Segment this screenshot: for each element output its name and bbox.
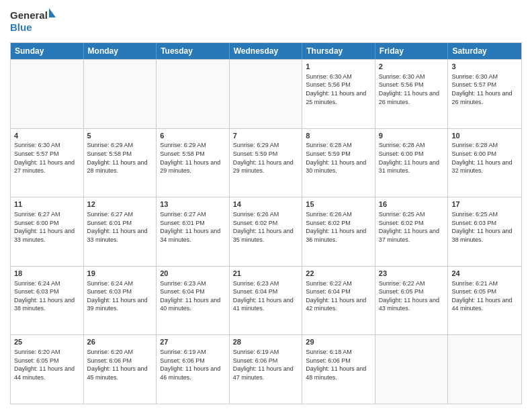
- day-number: 26: [87, 337, 153, 347]
- cell-info: Sunrise: 6:25 AMSunset: 6:03 PMDaylight:…: [451, 210, 518, 244]
- day-number: 1: [306, 62, 371, 72]
- svg-text:General: General: [10, 9, 48, 21]
- cal-row-2: 11Sunrise: 6:27 AMSunset: 6:00 PMDayligh…: [11, 197, 521, 266]
- cell-info: Sunrise: 6:20 AMSunset: 6:06 PMDaylight:…: [87, 348, 153, 381]
- cal-header-cell-friday: Friday: [375, 43, 449, 59]
- day-number: 22: [306, 269, 371, 279]
- cell-info: Sunrise: 6:23 AMSunset: 6:04 PMDaylight:…: [233, 279, 299, 313]
- cell-info: Sunrise: 6:29 AMSunset: 5:58 PMDaylight:…: [87, 141, 153, 175]
- cal-cell-empty-4-5: [375, 335, 449, 404]
- day-number: 9: [379, 131, 445, 141]
- day-number: 23: [379, 269, 445, 279]
- cal-cell-empty-0-1: [84, 60, 157, 128]
- svg-text:Blue: Blue: [10, 21, 32, 33]
- cal-cell-10: 10Sunrise: 6:28 AMSunset: 6:00 PMDayligh…: [448, 129, 521, 197]
- cal-cell-28: 28Sunrise: 6:19 AMSunset: 6:06 PMDayligh…: [230, 335, 303, 404]
- day-number: 14: [233, 199, 299, 210]
- cell-info: Sunrise: 6:20 AMSunset: 6:05 PMDaylight:…: [14, 348, 80, 381]
- cell-info: Sunrise: 6:27 AMSunset: 6:01 PMDaylight:…: [87, 210, 153, 244]
- day-number: 24: [451, 269, 518, 279]
- cal-cell-27: 27Sunrise: 6:19 AMSunset: 6:06 PMDayligh…: [157, 335, 230, 404]
- cell-info: Sunrise: 6:19 AMSunset: 6:06 PMDaylight:…: [233, 348, 299, 381]
- cal-cell-empty-0-2: [157, 60, 230, 128]
- cell-info: Sunrise: 6:22 AMSunset: 6:05 PMDaylight:…: [379, 279, 445, 313]
- day-number: 8: [306, 131, 371, 141]
- cal-cell-15: 15Sunrise: 6:26 AMSunset: 6:02 PMDayligh…: [302, 197, 375, 266]
- cal-cell-8: 8Sunrise: 6:28 AMSunset: 5:59 PMDaylight…: [302, 129, 375, 197]
- calendar-header-row: SundayMondayTuesdayWednesdayThursdayFrid…: [11, 43, 521, 59]
- cell-info: Sunrise: 6:18 AMSunset: 6:06 PMDaylight:…: [306, 348, 371, 381]
- calendar-body: 1Sunrise: 6:30 AMSunset: 5:56 PMDaylight…: [11, 59, 521, 404]
- cal-cell-17: 17Sunrise: 6:25 AMSunset: 6:03 PMDayligh…: [448, 197, 521, 266]
- cal-header-cell-tuesday: Tuesday: [157, 43, 230, 59]
- day-number: 19: [87, 269, 153, 279]
- cell-info: Sunrise: 6:22 AMSunset: 6:04 PMDaylight:…: [306, 279, 371, 313]
- day-number: 10: [451, 131, 518, 141]
- cal-cell-5: 5Sunrise: 6:29 AMSunset: 5:58 PMDaylight…: [84, 129, 157, 197]
- cal-header-cell-wednesday: Wednesday: [230, 43, 303, 59]
- cal-row-3: 18Sunrise: 6:24 AMSunset: 6:03 PMDayligh…: [11, 266, 521, 335]
- cal-cell-13: 13Sunrise: 6:27 AMSunset: 6:01 PMDayligh…: [157, 197, 230, 266]
- cell-info: Sunrise: 6:24 AMSunset: 6:03 PMDaylight:…: [14, 279, 80, 313]
- cal-header-cell-sunday: Sunday: [11, 43, 84, 59]
- cell-info: Sunrise: 6:30 AMSunset: 5:56 PMDaylight:…: [306, 73, 371, 106]
- day-number: 18: [14, 269, 80, 279]
- cal-header-cell-monday: Monday: [84, 43, 157, 59]
- cal-cell-26: 26Sunrise: 6:20 AMSunset: 6:06 PMDayligh…: [84, 335, 157, 404]
- cal-cell-empty-0-3: [230, 60, 303, 128]
- cal-cell-empty-4-6: [448, 335, 521, 404]
- cal-cell-22: 22Sunrise: 6:22 AMSunset: 6:04 PMDayligh…: [302, 267, 375, 335]
- cell-info: Sunrise: 6:23 AMSunset: 6:04 PMDaylight:…: [160, 279, 226, 313]
- day-number: 25: [14, 337, 80, 347]
- cell-info: Sunrise: 6:29 AMSunset: 5:59 PMDaylight:…: [233, 141, 299, 175]
- cell-info: Sunrise: 6:28 AMSunset: 6:00 PMDaylight:…: [451, 141, 518, 175]
- cell-info: Sunrise: 6:27 AMSunset: 6:01 PMDaylight:…: [160, 210, 226, 244]
- cal-cell-20: 20Sunrise: 6:23 AMSunset: 6:04 PMDayligh…: [157, 267, 230, 335]
- day-number: 17: [451, 199, 518, 210]
- day-number: 4: [14, 131, 80, 141]
- cal-cell-24: 24Sunrise: 6:21 AMSunset: 6:05 PMDayligh…: [448, 267, 521, 335]
- cal-cell-4: 4Sunrise: 6:30 AMSunset: 5:57 PMDaylight…: [11, 129, 84, 197]
- cell-info: Sunrise: 6:29 AMSunset: 5:58 PMDaylight:…: [160, 141, 226, 175]
- cal-cell-23: 23Sunrise: 6:22 AMSunset: 6:05 PMDayligh…: [375, 267, 449, 335]
- cal-cell-12: 12Sunrise: 6:27 AMSunset: 6:01 PMDayligh…: [84, 197, 157, 266]
- cal-cell-25: 25Sunrise: 6:20 AMSunset: 6:05 PMDayligh…: [11, 335, 84, 404]
- cal-row-0: 1Sunrise: 6:30 AMSunset: 5:56 PMDaylight…: [11, 59, 521, 128]
- cal-cell-2: 2Sunrise: 6:30 AMSunset: 5:56 PMDaylight…: [375, 60, 449, 128]
- day-number: 2: [379, 62, 445, 72]
- cell-info: Sunrise: 6:30 AMSunset: 5:56 PMDaylight:…: [379, 73, 445, 106]
- cell-info: Sunrise: 6:27 AMSunset: 6:00 PMDaylight:…: [14, 210, 80, 244]
- cal-cell-empty-0-0: [11, 60, 84, 128]
- calendar: SundayMondayTuesdayWednesdayThursdayFrid…: [10, 42, 522, 404]
- cell-info: Sunrise: 6:26 AMSunset: 6:02 PMDaylight:…: [306, 210, 371, 244]
- cal-header-cell-thursday: Thursday: [302, 43, 375, 59]
- day-number: 28: [233, 337, 299, 347]
- day-number: 16: [379, 199, 445, 210]
- cal-cell-6: 6Sunrise: 6:29 AMSunset: 5:58 PMDaylight…: [157, 129, 230, 197]
- day-number: 3: [451, 62, 518, 72]
- cal-cell-21: 21Sunrise: 6:23 AMSunset: 6:04 PMDayligh…: [230, 267, 303, 335]
- cal-cell-3: 3Sunrise: 6:30 AMSunset: 5:57 PMDaylight…: [448, 60, 521, 128]
- cal-cell-14: 14Sunrise: 6:26 AMSunset: 6:02 PMDayligh…: [230, 197, 303, 266]
- day-number: 15: [306, 199, 371, 210]
- day-number: 20: [160, 269, 226, 279]
- cell-info: Sunrise: 6:24 AMSunset: 6:03 PMDaylight:…: [87, 279, 153, 313]
- cal-cell-16: 16Sunrise: 6:25 AMSunset: 6:02 PMDayligh…: [375, 197, 449, 266]
- cal-cell-9: 9Sunrise: 6:28 AMSunset: 6:00 PMDaylight…: [375, 129, 449, 197]
- cal-cell-19: 19Sunrise: 6:24 AMSunset: 6:03 PMDayligh…: [84, 267, 157, 335]
- cal-header-cell-saturday: Saturday: [448, 43, 521, 59]
- cell-info: Sunrise: 6:25 AMSunset: 6:02 PMDaylight:…: [379, 210, 445, 244]
- page: General Blue SundayMondayTuesdayWednesda…: [0, 0, 532, 411]
- header: General Blue: [10, 7, 522, 37]
- day-number: 29: [306, 337, 371, 347]
- day-number: 13: [160, 199, 226, 210]
- day-number: 11: [14, 199, 80, 210]
- cal-row-1: 4Sunrise: 6:30 AMSunset: 5:57 PMDaylight…: [11, 128, 521, 197]
- day-number: 12: [87, 199, 153, 210]
- cell-info: Sunrise: 6:26 AMSunset: 6:02 PMDaylight:…: [233, 210, 299, 244]
- cell-info: Sunrise: 6:30 AMSunset: 5:57 PMDaylight:…: [14, 141, 80, 175]
- cal-cell-11: 11Sunrise: 6:27 AMSunset: 6:00 PMDayligh…: [11, 197, 84, 266]
- cal-cell-29: 29Sunrise: 6:18 AMSunset: 6:06 PMDayligh…: [302, 335, 375, 404]
- cell-info: Sunrise: 6:21 AMSunset: 6:05 PMDaylight:…: [451, 279, 518, 313]
- logo-svg: General Blue: [10, 7, 57, 37]
